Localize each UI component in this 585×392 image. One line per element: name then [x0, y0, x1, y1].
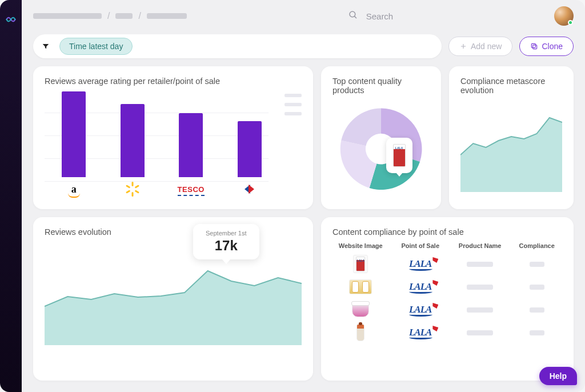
card-reviews-evolution: Reviews evolution September 1st 17k [33, 217, 313, 381]
col-header: Website Image [332, 242, 388, 253]
product-thumbnail [386, 138, 412, 173]
table-row[interactable]: LALA [332, 253, 562, 275]
placeholder [467, 330, 493, 335]
clone-label: Clone [542, 42, 563, 51]
tooltip-date: September 1st [206, 230, 247, 237]
product-image [349, 279, 372, 294]
app-root: / / Search Time latest day [0, 0, 585, 392]
product-image [353, 255, 368, 273]
bar-item[interactable] [113, 104, 153, 197]
placeholder [530, 330, 544, 335]
left-sidebar [0, 0, 22, 392]
card-content-compliance: Content compliance by point of sale Webs… [321, 217, 574, 381]
add-new-button[interactable]: Add new [448, 37, 512, 56]
table-header: Website Image Point of Sale Product Name… [332, 242, 562, 253]
svg-point-0 [350, 11, 355, 17]
col-header: Compliance [511, 242, 562, 253]
help-button[interactable]: Help [539, 367, 577, 385]
filter-bar: Time latest day [33, 34, 442, 58]
retailer-carrefour-icon [245, 182, 254, 197]
table-row[interactable]: LALA [332, 298, 562, 321]
svg-line-1 [354, 16, 356, 18]
bar-item[interactable]: a [54, 91, 94, 197]
user-avatar[interactable] [554, 6, 574, 26]
placeholder [530, 262, 544, 267]
placeholder [467, 262, 493, 267]
bar-item[interactable] [230, 121, 270, 197]
placeholder [530, 307, 544, 313]
compliance-table: Website Image Point of Sale Product Name… [332, 242, 562, 344]
bar-item[interactable]: TESCO [171, 113, 211, 197]
breadcrumb-sep: / [107, 11, 110, 21]
table-row[interactable]: LALA [332, 321, 562, 344]
search-placeholder: Search [366, 11, 394, 21]
card-reviews-rating: Reviews average rating per retailer/poin… [33, 66, 313, 209]
chart-tooltip: September 1st 17k [193, 224, 259, 259]
breadcrumb-segment[interactable] [115, 13, 133, 19]
dashboard-grid: Reviews average rating per retailer/poin… [33, 66, 574, 381]
breadcrumb-segment[interactable] [147, 13, 187, 19]
table-row[interactable]: LALA [332, 275, 562, 298]
search[interactable]: Search [348, 10, 394, 22]
pos-brand-logo: LALA [409, 281, 431, 293]
donut-chart[interactable] [332, 101, 430, 198]
card-title: Compliance metascore evolution [460, 77, 562, 95]
toolbar: Time latest day Add new Clone [33, 34, 574, 58]
pos-brand-logo: LALA [409, 304, 431, 315]
col-header: Point of Sale [392, 242, 448, 253]
presence-dot-icon [568, 20, 573, 25]
tooltip-value: 17k [206, 238, 247, 254]
bar-chart: a [45, 91, 285, 201]
card-compliance-metascore: Compliance metascore evolution [449, 66, 574, 209]
legend-placeholder [285, 91, 302, 201]
card-title: Reviews evolution [45, 227, 302, 237]
filter-chip-time[interactable]: Time latest day [59, 38, 133, 55]
topbar: / / Search [33, 6, 574, 26]
filter-icon[interactable] [38, 38, 54, 54]
card-title: Top content quality products [332, 77, 430, 95]
product-image [356, 324, 364, 341]
placeholder [530, 285, 544, 290]
col-header: Product Name [452, 242, 508, 253]
placeholder [467, 285, 493, 290]
retailer-tesco-icon: TESCO [178, 182, 205, 197]
card-top-content-quality: Top content quality products [321, 66, 441, 209]
svg-rect-4 [533, 45, 537, 49]
product-image [352, 302, 369, 317]
area-chart[interactable] [45, 242, 302, 345]
add-new-label: Add new [471, 42, 502, 51]
main-area: / / Search Time latest day [22, 0, 585, 392]
breadcrumb-segment[interactable] [33, 13, 102, 19]
placeholder [467, 307, 493, 313]
breadcrumb: / / [33, 11, 187, 21]
brand-logo-icon [5, 14, 17, 25]
card-title: Content compliance by point of sale [332, 227, 562, 237]
area-chart [460, 101, 562, 192]
svg-rect-5 [532, 43, 536, 47]
card-title: Reviews average rating per retailer/poin… [45, 77, 302, 86]
clone-button[interactable]: Clone [519, 37, 574, 56]
search-icon [348, 10, 358, 22]
pos-brand-logo: LALA [409, 327, 431, 338]
retailer-amazon-icon: a [71, 182, 77, 197]
retailer-walmart-icon [126, 182, 139, 197]
pos-brand-logo: LALA [409, 258, 431, 270]
breadcrumb-sep: / [138, 11, 141, 21]
